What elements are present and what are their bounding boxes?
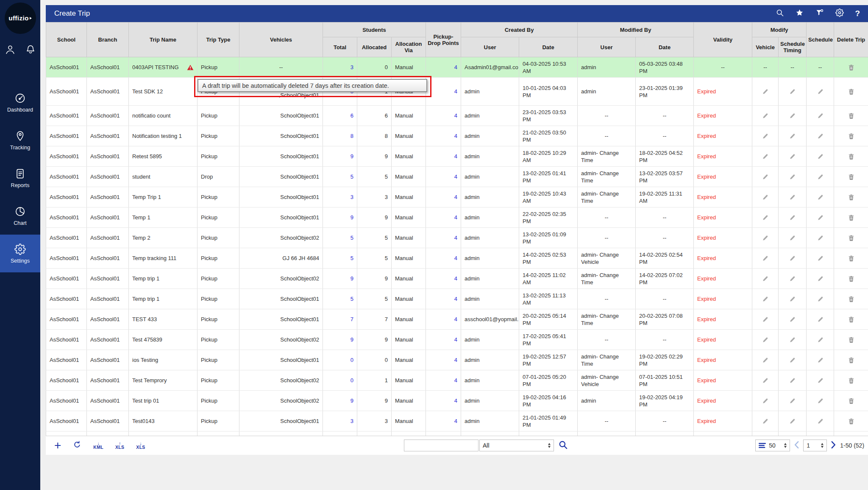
delete-icon[interactable] [848,88,854,95]
cell-total[interactable]: 5 [323,289,357,309]
cell-modify_timing[interactable] [779,146,807,167]
cell-schedule[interactable] [807,78,834,106]
cell-modify_timing[interactable] [779,207,807,228]
cell-modify_vehicle[interactable] [752,106,779,126]
edit-icon[interactable] [762,89,768,95]
edit-icon[interactable] [817,133,823,140]
edit-icon[interactable] [762,337,768,343]
cell-points[interactable]: 4 [426,57,461,78]
cell-points[interactable]: 4 [426,146,461,167]
cell-delete[interactable] [834,269,868,289]
cell-modify_vehicle[interactable] [752,391,779,411]
cell-delete[interactable] [834,330,868,350]
edit-icon[interactable] [817,174,823,180]
cell-points[interactable]: 4 [426,391,461,411]
edit-icon[interactable] [789,398,796,404]
cell-schedule[interactable] [807,289,834,309]
cell-points[interactable]: 4 [426,126,461,146]
cell-modify_vehicle[interactable] [752,431,779,436]
edit-icon[interactable] [817,89,823,95]
edit-icon[interactable] [789,113,796,119]
edit-icon[interactable] [817,378,823,384]
edit-icon[interactable] [817,276,823,282]
cell-modify_vehicle[interactable] [752,269,779,289]
cell-schedule[interactable] [807,126,834,146]
cell-points[interactable]: 4 [426,207,461,228]
cell-schedule[interactable] [807,207,834,228]
cell-points[interactable]: 4 [426,248,461,269]
cell-modify_vehicle[interactable] [752,370,779,391]
delete-icon[interactable] [848,275,854,282]
cell-modify_timing[interactable] [779,370,807,391]
cell-total[interactable]: 0 [323,350,357,370]
cell-modify_vehicle[interactable] [752,126,779,146]
cell-modify_vehicle[interactable] [752,207,779,228]
cell-delete[interactable] [834,187,868,207]
cell-modify_timing[interactable] [779,330,807,350]
edit-icon[interactable] [789,133,796,140]
cell-schedule[interactable] [807,106,834,126]
delete-icon[interactable] [848,112,854,119]
delete-icon[interactable] [848,316,854,323]
cell-points[interactable]: 4 [426,370,461,391]
kml-download-button[interactable]: ↓ KML [93,442,103,449]
page-number-input[interactable]: 1 [803,440,827,451]
edit-icon[interactable] [817,235,823,241]
edit-icon[interactable] [789,154,796,160]
cell-delete[interactable] [834,228,868,248]
cell-modify_timing[interactable] [779,269,807,289]
sidebar-item-tracking[interactable]: Tracking [0,121,40,159]
edit-icon[interactable] [789,89,796,95]
edit-icon[interactable] [789,296,796,302]
cell-modify_vehicle[interactable] [752,187,779,207]
edit-icon[interactable] [817,337,823,343]
cell-total[interactable]: 9 [323,391,357,411]
search-icon[interactable] [776,8,784,19]
cell-points[interactable]: 4 [426,106,461,126]
search-submit-icon[interactable] [558,440,568,451]
cell-schedule[interactable] [807,431,834,436]
edit-icon[interactable] [762,194,768,201]
user-icon[interactable] [5,44,16,57]
cell-schedule[interactable] [807,350,834,370]
edit-icon[interactable] [789,316,796,323]
delete-icon[interactable] [848,194,854,201]
delete-icon[interactable] [848,235,854,241]
cell-delete[interactable] [834,78,868,106]
prev-page-button[interactable] [794,441,799,450]
cell-modify_timing[interactable] [779,431,807,436]
edit-icon[interactable] [762,113,768,119]
refresh-button[interactable] [73,440,81,451]
cell-modify_timing[interactable] [779,411,807,431]
cell-total[interactable]: 5 [323,228,357,248]
cell-delete[interactable] [834,248,868,269]
cell-delete[interactable] [834,391,868,411]
cell-modify_vehicle[interactable] [752,289,779,309]
edit-icon[interactable] [762,174,768,180]
edit-icon[interactable] [817,113,823,119]
cell-total[interactable]: 9 [323,207,357,228]
cell-total[interactable]: 9 [323,269,357,289]
cell-modify_timing[interactable] [779,126,807,146]
cell-modify_timing[interactable] [779,106,807,126]
table-search-input[interactable] [404,440,479,451]
delete-icon[interactable] [848,153,854,160]
cell-total[interactable]: 3 [323,411,357,431]
cell-schedule[interactable] [807,269,834,289]
edit-icon[interactable] [817,398,823,404]
delete-icon[interactable] [848,64,854,71]
cell-modify_timing[interactable] [779,248,807,269]
edit-icon[interactable] [762,398,768,404]
star-icon[interactable] [795,8,804,19]
cell-delete[interactable] [834,207,868,228]
delete-icon[interactable] [848,296,854,302]
edit-icon[interactable] [762,378,768,384]
cell-total[interactable]: 8 [323,126,357,146]
xls-upload-button[interactable]: ↑ XLS [115,442,124,449]
cell-modify_vehicle[interactable] [752,228,779,248]
edit-icon[interactable] [789,378,796,384]
xls-download-button[interactable]: ↓ XLS [136,442,145,449]
sidebar-item-chart[interactable]: Chart [0,197,40,235]
next-page-button[interactable] [831,441,836,450]
cell-total[interactable]: 9 [323,146,357,167]
